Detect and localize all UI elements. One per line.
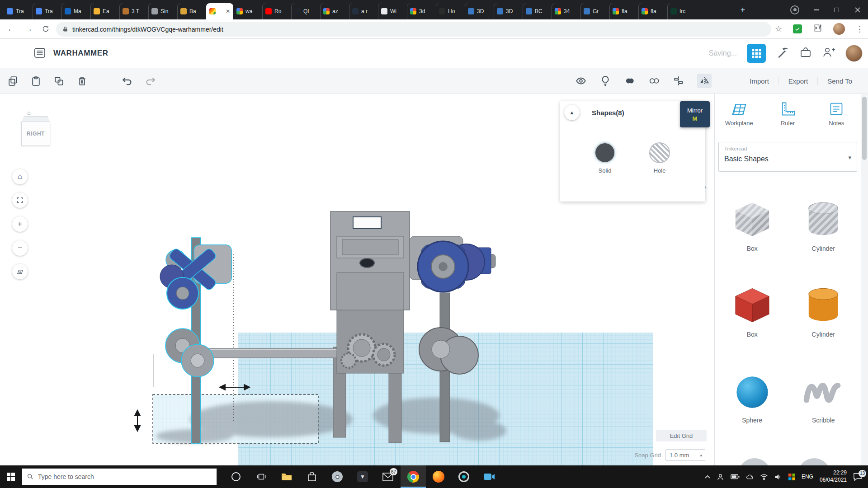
game-launcher-button[interactable]: ▼	[350, 465, 375, 488]
back-button[interactable]: ←	[4, 19, 19, 38]
browser-tab[interactable]: Ba	[177, 3, 206, 19]
shape-category-dropdown[interactable]: Tinkercad Basic Shapes ▾	[718, 142, 857, 172]
show-all-button[interactable]	[599, 75, 611, 87]
home-view-button[interactable]: ⌂	[12, 169, 28, 184]
browser-tab[interactable]: fla	[609, 3, 638, 19]
browser-tab[interactable]: ✕	[206, 3, 233, 19]
duplicate-button[interactable]	[53, 75, 65, 87]
shape-tile-partial[interactable]	[798, 458, 830, 465]
browser-tab[interactable]: a r	[349, 3, 378, 19]
volume-icon[interactable]	[774, 474, 782, 480]
browser-tab[interactable]: Ho	[436, 3, 465, 19]
add-user-button[interactable]	[822, 46, 835, 61]
window-minimize-button[interactable]	[806, 0, 826, 19]
shape-tile-sphere[interactable]: Sphere	[729, 369, 776, 446]
browser-tab[interactable]: Irc	[667, 3, 696, 19]
design-title[interactable]: WARHAMMER	[53, 39, 108, 68]
send-to-button[interactable]: Send To	[817, 77, 862, 85]
forward-button[interactable]: →	[21, 19, 36, 38]
import-button[interactable]: Import	[740, 77, 778, 85]
shape-tile-scribble[interactable]: Scribble	[800, 369, 847, 446]
browser-menu-icon[interactable]: ⋮	[856, 24, 863, 34]
extension-check-icon[interactable]	[793, 24, 802, 33]
export-button[interactable]: Export	[778, 77, 817, 85]
view-cube-front-face[interactable]: RIGHT	[21, 122, 50, 146]
browser-tab[interactable]: 3D	[494, 3, 523, 19]
snap-grid-select[interactable]: 1.0 mm ▴	[665, 449, 705, 461]
browser-tab[interactable]: Tra	[4, 3, 33, 19]
browser-tab[interactable]: Ea	[90, 3, 119, 19]
notes-tool[interactable]: Notes	[812, 101, 861, 127]
language-indicator[interactable]: ENG	[802, 474, 813, 480]
model-center-body[interactable]	[330, 211, 410, 373]
tinkercad-logo[interactable]	[5, 43, 25, 64]
task-view-button[interactable]	[249, 465, 274, 488]
taskbar-search[interactable]	[22, 468, 217, 485]
panel-scrollbar[interactable]	[861, 94, 868, 465]
browser-tab[interactable]: Ro	[262, 3, 291, 19]
browser-tab[interactable]: az	[320, 3, 349, 19]
paste-button[interactable]	[30, 75, 42, 87]
tab-close-icon[interactable]: ✕	[226, 8, 230, 14]
redo-button[interactable]	[145, 75, 156, 87]
inspector-collapse-button[interactable]: ▲	[564, 105, 580, 120]
firefox-button[interactable]	[426, 465, 451, 488]
browser-tab[interactable]: wa	[233, 3, 262, 19]
design-canvas[interactable]: ⌂ RIGHT ⌂ + − › Edit Grid Snap Grid	[0, 94, 714, 465]
hide-selected-button[interactable]	[575, 75, 587, 87]
new-tab-button[interactable]: +	[737, 4, 749, 16]
undo-button[interactable]	[121, 75, 133, 87]
briefcase-button[interactable]	[799, 46, 812, 61]
browser-tab[interactable]: 34	[552, 3, 580, 19]
window-maximize-button[interactable]	[826, 0, 847, 19]
stream-loop-button[interactable]	[451, 465, 476, 488]
shape-tile-cylinder-striped[interactable]: Cylinder	[800, 197, 847, 274]
ungroup-button[interactable]	[648, 75, 660, 87]
wifi-icon[interactable]	[760, 474, 768, 480]
view-cube-top-face[interactable]	[21, 116, 50, 122]
cloud-icon[interactable]	[746, 474, 754, 480]
extensions-puzzle-icon[interactable]	[813, 23, 822, 34]
bookmark-star-icon[interactable]: ☆	[775, 24, 782, 34]
delete-button[interactable]	[76, 75, 88, 87]
browser-tab[interactable]: Sin	[148, 3, 177, 19]
zoom-in-button[interactable]: +	[12, 216, 28, 232]
titlebar-extension-icon[interactable]	[790, 5, 799, 14]
copy-button[interactable]	[7, 75, 19, 87]
browser-tab[interactable]: BC	[523, 3, 552, 19]
url-omnibox[interactable]: tinkercad.com/things/dtkWOGVCgqe-warhamm…	[56, 22, 771, 37]
cortana-button[interactable]	[223, 465, 249, 488]
shape-tile-partial[interactable]	[738, 458, 771, 465]
solid-swatch[interactable]	[594, 142, 615, 163]
browser-tab[interactable]: Tra	[33, 3, 61, 19]
mail-button[interactable]: 67	[375, 465, 401, 488]
shape-tile-box-red[interactable]: Box	[729, 283, 776, 360]
browser-tab[interactable]: Gr	[580, 3, 609, 19]
window-close-button[interactable]	[847, 0, 868, 19]
align-button[interactable]	[673, 75, 684, 87]
fit-view-button[interactable]	[12, 192, 28, 208]
zoom-out-button[interactable]: −	[12, 240, 28, 256]
battery-icon[interactable]	[731, 474, 740, 480]
refresh-button[interactable]	[38, 19, 53, 38]
shape-tile-cylinder-orange[interactable]: Cylinder	[800, 283, 847, 360]
workplane-tool[interactable]: Workplane	[715, 101, 764, 127]
browser-tab[interactable]: 3d	[407, 3, 436, 19]
group-button[interactable]	[624, 75, 636, 87]
browser-profile-avatar[interactable]	[833, 23, 845, 35]
file-explorer-button[interactable]	[274, 465, 299, 488]
browser-tab[interactable]: Ma	[61, 3, 90, 19]
browser-tab[interactable]: Wi	[378, 3, 407, 19]
dashboard-grid-button[interactable]	[747, 44, 766, 63]
ruler-tool[interactable]: Ruler	[764, 101, 812, 127]
meet-grid-icon[interactable]	[788, 474, 795, 480]
browser-tab[interactable]: 3 T	[119, 3, 148, 19]
chrome-button[interactable]	[401, 465, 426, 488]
design-menu-button[interactable]	[33, 47, 46, 61]
browser-tab[interactable]: fla	[638, 3, 667, 19]
people-icon[interactable]	[717, 473, 724, 481]
edit-grid-button[interactable]: Edit Grid	[656, 430, 707, 441]
viewcube-home-icon[interactable]: ⌂	[27, 109, 31, 116]
hole-swatch[interactable]	[649, 142, 670, 163]
store-button[interactable]	[299, 465, 325, 488]
